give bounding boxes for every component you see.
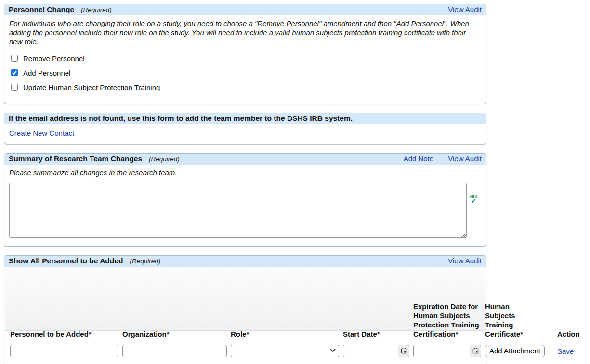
- view-audit-link[interactable]: View Audit: [448, 155, 482, 163]
- column-header-personnel: Personnel to be Added*: [10, 267, 118, 342]
- summary-header: Summary of Research Team Changes (Requir…: [4, 154, 486, 165]
- start-date-field: [343, 345, 409, 357]
- update-training-checkbox[interactable]: [11, 84, 18, 91]
- remove-personnel-checkbox[interactable]: [11, 55, 18, 62]
- section-summary: Summary of Research Team Changes (Requir…: [4, 153, 486, 247]
- start-date-input[interactable]: [343, 345, 398, 357]
- personnel-change-body: For individuals who are changing their r…: [4, 15, 486, 104]
- table-row-cell-personnel: [10, 345, 118, 358]
- expiration-date-field: [413, 345, 481, 357]
- summary-textarea[interactable]: [9, 183, 467, 238]
- spellcheck-icon[interactable]: ABC ✔: [468, 195, 479, 204]
- table-row-cell-certificate: Add Attachment: [485, 345, 553, 358]
- form-page: Personnel Change (Required) View Audit F…: [0, 0, 590, 364]
- email-notice-title: If the email address is not found, use t…: [9, 114, 353, 123]
- required-label: (Required): [149, 156, 180, 163]
- role-select[interactable]: [231, 345, 339, 357]
- column-header-organization: Organization*: [122, 267, 227, 342]
- start-date-calendar-button[interactable]: [398, 345, 409, 357]
- add-personnel-label: Add Personnel: [23, 69, 70, 77]
- calendar-icon: [400, 347, 407, 354]
- column-header-expiration-date: Expiration Date for Human Subjects Prote…: [413, 267, 481, 342]
- email-notice-body: Create New Contact: [4, 124, 486, 144]
- add-attachment-button[interactable]: Add Attachment: [485, 345, 545, 357]
- required-label: (Required): [130, 258, 160, 265]
- column-header-action: Action: [557, 267, 586, 342]
- personnel-table-header: Show All Personnel to be Added (Required…: [4, 256, 486, 267]
- expiration-date-input[interactable]: [414, 345, 470, 357]
- section-personnel-change: Personnel Change (Required) View Audit F…: [4, 4, 486, 104]
- table-row-cell-organization: [122, 345, 227, 358]
- email-notice-header: If the email address is not found, use t…: [4, 113, 486, 124]
- expiration-date-calendar-button[interactable]: [470, 345, 481, 357]
- save-row-link[interactable]: Save: [557, 347, 574, 355]
- personnel-change-header: Personnel Change (Required) View Audit: [4, 4, 486, 15]
- personnel-change-title: Personnel Change: [9, 5, 74, 14]
- view-audit-link[interactable]: View Audit: [448, 5, 482, 13]
- section-email-notice: If the email address is not found, use t…: [4, 113, 486, 144]
- checkbox-row-remove-personnel: Remove Personnel: [9, 54, 481, 63]
- personnel-table: Personnel to be Added* Organization* Rol…: [4, 267, 587, 358]
- add-personnel-checkbox[interactable]: [11, 69, 18, 76]
- add-note-link[interactable]: Add Note: [404, 155, 434, 163]
- table-row-cell-expiration-date: [413, 345, 481, 358]
- summary-body: Please summarize all changes in the rese…: [4, 165, 486, 246]
- personnel-to-be-added-input[interactable]: [10, 345, 118, 357]
- required-label: (Required): [81, 6, 112, 13]
- spellcheck-checkmark-icon: ✔: [468, 198, 479, 204]
- personnel-change-description: For individuals who are changing their r…: [9, 19, 478, 47]
- organization-input[interactable]: [122, 345, 227, 357]
- column-header-training-certificate: Human Subjects Training Certificate*: [485, 267, 553, 342]
- calendar-icon: [472, 347, 479, 354]
- table-row-cell-role: [231, 345, 339, 358]
- personnel-table-title: Show All Personnel to be Added: [9, 257, 123, 265]
- checkbox-row-update-training: Update Human Subject Protection Training: [9, 83, 481, 91]
- summary-instruction: Please summarize all changes in the rese…: [9, 169, 481, 177]
- column-header-role: Role*: [231, 267, 339, 342]
- section-personnel-table: Show All Personnel to be Added (Required…: [4, 255, 486, 364]
- checkbox-row-add-personnel: Add Personnel: [9, 69, 481, 77]
- summary-title: Summary of Research Team Changes: [9, 155, 142, 163]
- remove-personnel-label: Remove Personnel: [23, 54, 85, 63]
- column-header-start-date: Start Date*: [343, 267, 409, 342]
- create-new-contact-link[interactable]: Create New Contact: [9, 129, 74, 137]
- update-training-label: Update Human Subject Protection Training: [23, 83, 160, 91]
- table-row-cell-start-date: [343, 345, 409, 358]
- view-audit-link[interactable]: View Audit: [448, 257, 482, 265]
- table-row-cell-action: Save: [557, 345, 586, 358]
